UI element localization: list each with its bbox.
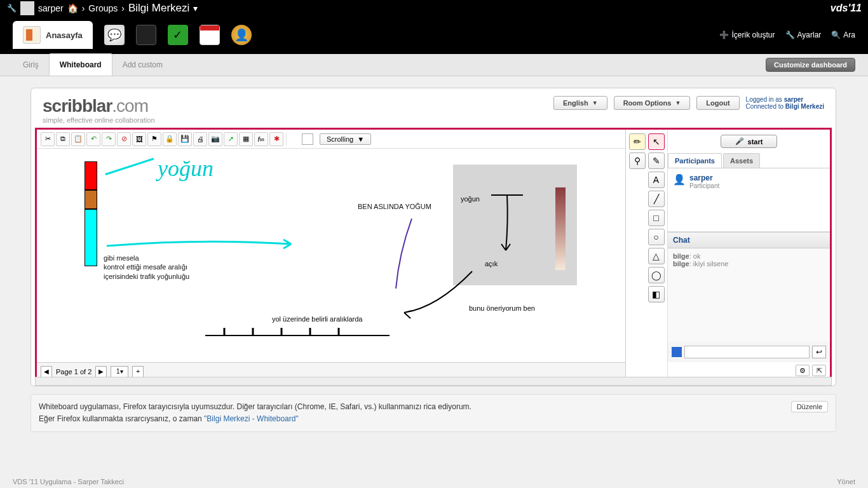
stamp-tool-icon[interactable]: ⚲ [629,152,646,169]
chat-popout-icon[interactable]: ⇱ [812,365,826,376]
redo-icon[interactable]: ↷ [102,132,116,146]
canvas-area: ✂ ⧉ 📋 ↶ ↷ ⊘ 🖼 ⚑ 🔒 💾 🖨 📷 ➚ ▦ f∞ ✱ [37,130,625,380]
tab-home[interactable]: Anasayfa [13,21,93,49]
pointer-tool-icon[interactable]: ↖ [648,133,665,150]
canvas-toolbar: ✂ ⧉ 📋 ↶ ↷ ⊘ 🖼 ⚑ 🔒 💾 🖨 📷 ➚ ▦ f∞ ✱ [37,130,625,149]
subtabs-bar: Giriş Whiteboard Add custom Customize da… [0,54,868,76]
canvas-center-text: BEN ASLINDA YOĞUM [358,203,431,210]
sketch-line [105,158,159,191]
formula-icon[interactable]: f∞ [254,132,268,146]
highlighter-tool-icon[interactable]: ✏ [629,133,646,150]
color-swatch[interactable] [302,133,313,145]
page-next-button[interactable]: ▶ [95,366,107,377]
site-brand: vds'11 [831,3,862,14]
propose-text: bunu öneriyorum ben [469,304,535,312]
canvas[interactable]: yoğun gibi mesela kontrol ettiği mesafe … [37,149,625,362]
logout-button[interactable]: Logout [696,96,739,110]
wrench-icon[interactable]: 🔧 [6,3,17,13]
todo-icon[interactable]: ✓ [168,25,188,45]
grid-icon[interactable]: ▦ [239,132,253,146]
wb-brand: scribblar.com simple, effective online c… [43,96,155,124]
big-arrow [399,269,475,320]
chat-input[interactable] [684,346,810,358]
tab-add-custom[interactable]: Add custom [112,53,173,76]
delete-icon[interactable]: ⊘ [117,132,131,146]
ellipse-tool-icon[interactable]: ◯ [648,267,665,283]
lock-icon[interactable]: 🔒 [163,132,177,146]
legend-bar-orange [85,190,97,209]
chat-color-icon[interactable] [672,347,682,357]
pencil-tool-icon[interactable]: ✎ [648,152,665,169]
page-footer: VDS '11 Uygulama - Sarper Takkeci Yönet [13,478,855,485]
paste-icon[interactable]: 📋 [71,132,85,146]
cut-icon[interactable]: ✂ [41,132,55,146]
rect-tool-icon[interactable]: □ [648,210,665,226]
proposal-panel: yoğun açık [453,165,577,285]
cyan-arrow [104,234,301,254]
chat-send-button[interactable]: ↩ [812,346,826,358]
customize-dashboard-button[interactable]: Customize dashboard [766,58,855,72]
user-badge-icon: 👤 [673,173,686,186]
tab-whiteboard[interactable]: Whiteboard [49,53,112,76]
home-icon[interactable]: 🏠 [67,3,78,13]
gradient-bar [555,187,566,270]
calendar-icon[interactable] [200,25,220,45]
language-dropdown[interactable]: English▼ [553,96,607,110]
page-add-button[interactable]: + [132,366,144,377]
page-select[interactable]: 1 ▾ [111,366,128,377]
page-label: Page 1 of 2 [56,368,92,376]
eraser-tool-icon[interactable]: ◧ [648,286,665,302]
chevron-down-icon[interactable]: ▾ [193,3,198,13]
room-options-dropdown[interactable]: Room Options▼ [614,96,691,110]
tab-giris[interactable]: Giriş [13,53,49,76]
breadcrumb: 🔧 sarper 🏠 › Groups › Bilgi Merkezi ▾ [6,1,198,15]
undo-icon[interactable]: ↶ [86,132,100,146]
image-icon[interactable]: 🖼 [132,132,146,146]
chat-input-row: ↩ [668,342,830,362]
notebook-icon[interactable] [136,25,156,45]
page-prev-button[interactable]: ◀ [41,366,52,377]
copy-icon[interactable]: ⧉ [56,132,70,146]
chat-body: bilge: ok bilge: ikiyi silsene [668,248,830,342]
circle-tool-icon[interactable]: ○ [648,229,665,245]
user-icon[interactable]: 👤 [231,25,252,45]
tab-assets[interactable]: Assets [723,153,760,168]
tool-column: ✏↖ ⚲✎ A ╱ □ ○ △ ◯ ◧ [625,130,667,380]
chat-message: bilge: ok [673,252,825,260]
road-sketch [205,325,390,338]
settings-button[interactable]: 🔧 Ayarlar [785,30,822,39]
mic-icon: 🎤 [735,137,744,146]
start-button[interactable]: 🎤start [721,135,778,148]
flag-icon[interactable]: ⚑ [147,132,161,146]
comments-icon[interactable]: 💬 [104,25,125,45]
participant-name: sarper [689,173,719,182]
line-tool-icon[interactable]: ╱ [648,191,665,207]
pointer-icon[interactable]: ➚ [224,132,238,146]
create-content-button[interactable]: ➕ İçerik oluştur [719,30,775,39]
notice-link[interactable]: "Bilgi Merkezi - Whiteboard" [204,414,299,423]
edit-button[interactable]: Düzenle [791,401,828,412]
triangle-tool-icon[interactable]: △ [648,248,665,264]
chat-message: bilge: ikiyi silsene [673,260,825,268]
scroll-mode-dropdown[interactable]: Scrolling▼ [320,133,371,145]
footer-left: VDS '11 Uygulama - Sarper Takkeci [13,478,124,485]
crumb-room[interactable]: Bilgi Merkezi [128,2,189,15]
avatar[interactable] [20,1,34,15]
search-icon: 🔍 [831,30,841,39]
tab-participants[interactable]: Participants [668,153,722,168]
whiteboard-widget: scribblar.com simple, effective online c… [31,88,836,386]
snapshot-icon[interactable]: 📷 [208,132,222,146]
crumb-groups[interactable]: Groups [88,3,118,13]
chat-header: Chat [668,232,830,248]
text-tool-icon[interactable]: A [648,172,665,188]
wolfram-icon[interactable]: ✱ [269,132,283,146]
horizontal-scrollbar[interactable] [35,377,832,386]
chat-settings-icon[interactable]: ⚙ [796,365,810,376]
legend-bar-cyan [85,209,97,266]
username[interactable]: sarper [38,3,64,13]
search-button[interactable]: 🔍 Ara [831,30,855,39]
save-icon[interactable]: 💾 [178,132,192,146]
print-icon[interactable]: 🖨 [193,132,207,146]
notice-box: Whiteboard uygulaması, Firefox tarayıcıs… [31,394,836,432]
footer-right[interactable]: Yönet [837,478,855,485]
